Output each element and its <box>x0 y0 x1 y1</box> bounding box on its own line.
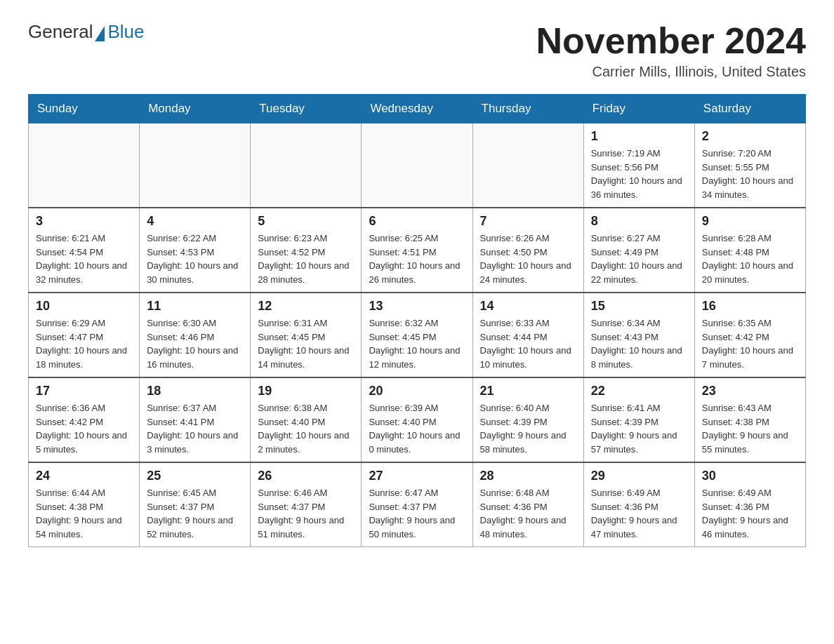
calendar-cell: 16Sunrise: 6:35 AM Sunset: 4:42 PM Dayli… <box>694 293 805 377</box>
month-title: November 2024 <box>536 21 806 61</box>
day-info: Sunrise: 6:32 AM Sunset: 4:45 PM Dayligh… <box>369 316 465 371</box>
day-number: 24 <box>36 469 132 483</box>
calendar-cell: 20Sunrise: 6:39 AM Sunset: 4:40 PM Dayli… <box>362 377 472 462</box>
day-info: Sunrise: 6:29 AM Sunset: 4:47 PM Dayligh… <box>36 316 132 371</box>
day-info: Sunrise: 6:49 AM Sunset: 4:36 PM Dayligh… <box>702 486 798 541</box>
day-number: 4 <box>147 214 243 229</box>
logo-triangle-icon <box>95 26 105 41</box>
calendar-cell <box>29 123 140 208</box>
day-number: 7 <box>480 214 576 229</box>
day-info: Sunrise: 6:34 AM Sunset: 4:43 PM Dayligh… <box>591 316 687 371</box>
day-number: 21 <box>480 384 576 398</box>
day-info: Sunrise: 6:49 AM Sunset: 4:36 PM Dayligh… <box>591 486 687 541</box>
day-number: 23 <box>702 384 798 398</box>
logo: General Blue <box>28 21 145 43</box>
calendar-cell <box>140 123 251 208</box>
weekday-header-tuesday: Tuesday <box>251 95 362 123</box>
day-number: 12 <box>258 299 354 314</box>
day-info: Sunrise: 6:37 AM Sunset: 4:41 PM Dayligh… <box>147 401 243 456</box>
calendar-cell: 19Sunrise: 6:38 AM Sunset: 4:40 PM Dayli… <box>251 377 362 462</box>
calendar-cell: 28Sunrise: 6:48 AM Sunset: 4:36 PM Dayli… <box>472 462 583 547</box>
day-number: 25 <box>147 469 243 483</box>
calendar-cell: 13Sunrise: 6:32 AM Sunset: 4:45 PM Dayli… <box>362 293 472 377</box>
week-row-4: 17Sunrise: 6:36 AM Sunset: 4:42 PM Dayli… <box>29 377 806 462</box>
day-number: 11 <box>147 299 243 314</box>
day-number: 13 <box>369 299 465 314</box>
day-number: 19 <box>258 384 354 398</box>
calendar-cell: 18Sunrise: 6:37 AM Sunset: 4:41 PM Dayli… <box>140 377 251 462</box>
day-info: Sunrise: 6:28 AM Sunset: 4:48 PM Dayligh… <box>702 232 798 286</box>
day-number: 18 <box>147 384 243 398</box>
calendar-cell: 4Sunrise: 6:22 AM Sunset: 4:53 PM Daylig… <box>140 208 251 293</box>
day-info: Sunrise: 6:47 AM Sunset: 4:37 PM Dayligh… <box>369 486 465 541</box>
day-number: 29 <box>591 469 687 483</box>
day-info: Sunrise: 6:40 AM Sunset: 4:39 PM Dayligh… <box>480 401 576 456</box>
day-info: Sunrise: 6:31 AM Sunset: 4:45 PM Dayligh… <box>258 316 354 371</box>
weekday-header-friday: Friday <box>583 95 694 123</box>
day-number: 14 <box>480 299 576 314</box>
calendar-cell: 25Sunrise: 6:45 AM Sunset: 4:37 PM Dayli… <box>140 462 251 547</box>
weekday-header-thursday: Thursday <box>472 95 583 123</box>
calendar-cell: 22Sunrise: 6:41 AM Sunset: 4:39 PM Dayli… <box>583 377 694 462</box>
calendar-cell: 7Sunrise: 6:26 AM Sunset: 4:50 PM Daylig… <box>472 208 583 293</box>
day-number: 9 <box>702 214 798 229</box>
calendar-cell: 27Sunrise: 6:47 AM Sunset: 4:37 PM Dayli… <box>362 462 472 547</box>
calendar-table: SundayMondayTuesdayWednesdayThursdayFrid… <box>28 94 806 547</box>
day-info: Sunrise: 7:20 AM Sunset: 5:55 PM Dayligh… <box>702 147 798 201</box>
day-number: 10 <box>36 299 132 314</box>
day-number: 17 <box>36 384 132 398</box>
day-number: 5 <box>258 214 354 229</box>
day-info: Sunrise: 6:26 AM Sunset: 4:50 PM Dayligh… <box>480 232 576 286</box>
day-number: 28 <box>480 469 576 483</box>
calendar-cell: 11Sunrise: 6:30 AM Sunset: 4:46 PM Dayli… <box>140 293 251 377</box>
page-header: General Blue November 2024 Carrier Mills… <box>28 21 806 80</box>
calendar-cell: 21Sunrise: 6:40 AM Sunset: 4:39 PM Dayli… <box>472 377 583 462</box>
day-info: Sunrise: 6:45 AM Sunset: 4:37 PM Dayligh… <box>147 486 243 541</box>
day-number: 16 <box>702 299 798 314</box>
day-info: Sunrise: 6:38 AM Sunset: 4:40 PM Dayligh… <box>258 401 354 456</box>
day-number: 20 <box>369 384 465 398</box>
calendar-cell: 23Sunrise: 6:43 AM Sunset: 4:38 PM Dayli… <box>694 377 805 462</box>
calendar-cell: 26Sunrise: 6:46 AM Sunset: 4:37 PM Dayli… <box>251 462 362 547</box>
calendar-cell: 10Sunrise: 6:29 AM Sunset: 4:47 PM Dayli… <box>29 293 140 377</box>
day-info: Sunrise: 6:23 AM Sunset: 4:52 PM Dayligh… <box>258 232 354 286</box>
day-info: Sunrise: 6:39 AM Sunset: 4:40 PM Dayligh… <box>369 401 465 456</box>
day-number: 15 <box>591 299 687 314</box>
calendar-cell: 1Sunrise: 7:19 AM Sunset: 5:56 PM Daylig… <box>583 123 694 208</box>
day-info: Sunrise: 6:46 AM Sunset: 4:37 PM Dayligh… <box>258 486 354 541</box>
day-number: 3 <box>36 214 132 229</box>
day-number: 6 <box>369 214 465 229</box>
day-info: Sunrise: 6:25 AM Sunset: 4:51 PM Dayligh… <box>369 232 465 286</box>
calendar-cell: 15Sunrise: 6:34 AM Sunset: 4:43 PM Dayli… <box>583 293 694 377</box>
day-info: Sunrise: 6:22 AM Sunset: 4:53 PM Dayligh… <box>147 232 243 286</box>
weekday-header-row: SundayMondayTuesdayWednesdayThursdayFrid… <box>29 95 806 123</box>
week-row-2: 3Sunrise: 6:21 AM Sunset: 4:54 PM Daylig… <box>29 208 806 293</box>
day-info: Sunrise: 6:48 AM Sunset: 4:36 PM Dayligh… <box>480 486 576 541</box>
calendar-cell: 5Sunrise: 6:23 AM Sunset: 4:52 PM Daylig… <box>251 208 362 293</box>
weekday-header-monday: Monday <box>140 95 251 123</box>
day-number: 8 <box>591 214 687 229</box>
day-number: 27 <box>369 469 465 483</box>
day-info: Sunrise: 6:35 AM Sunset: 4:42 PM Dayligh… <box>702 316 798 371</box>
day-info: Sunrise: 6:30 AM Sunset: 4:46 PM Dayligh… <box>147 316 243 371</box>
calendar-cell: 14Sunrise: 6:33 AM Sunset: 4:44 PM Dayli… <box>472 293 583 377</box>
day-number: 26 <box>258 469 354 483</box>
week-row-3: 10Sunrise: 6:29 AM Sunset: 4:47 PM Dayli… <box>29 293 806 377</box>
calendar-cell <box>251 123 362 208</box>
day-number: 1 <box>591 129 687 144</box>
calendar-cell: 12Sunrise: 6:31 AM Sunset: 4:45 PM Dayli… <box>251 293 362 377</box>
weekday-header-sunday: Sunday <box>29 95 140 123</box>
day-info: Sunrise: 6:44 AM Sunset: 4:38 PM Dayligh… <box>36 486 132 541</box>
calendar-cell <box>362 123 472 208</box>
logo-general-text: General <box>28 21 93 43</box>
day-number: 30 <box>702 469 798 483</box>
location-text: Carrier Mills, Illinois, United States <box>536 64 806 80</box>
day-info: Sunrise: 7:19 AM Sunset: 5:56 PM Dayligh… <box>591 147 687 201</box>
calendar-cell: 17Sunrise: 6:36 AM Sunset: 4:42 PM Dayli… <box>29 377 140 462</box>
calendar-cell: 3Sunrise: 6:21 AM Sunset: 4:54 PM Daylig… <box>29 208 140 293</box>
calendar-cell: 29Sunrise: 6:49 AM Sunset: 4:36 PM Dayli… <box>583 462 694 547</box>
logo-blue-text: Blue <box>108 21 145 43</box>
day-info: Sunrise: 6:41 AM Sunset: 4:39 PM Dayligh… <box>591 401 687 456</box>
weekday-header-wednesday: Wednesday <box>362 95 472 123</box>
weekday-header-saturday: Saturday <box>694 95 805 123</box>
